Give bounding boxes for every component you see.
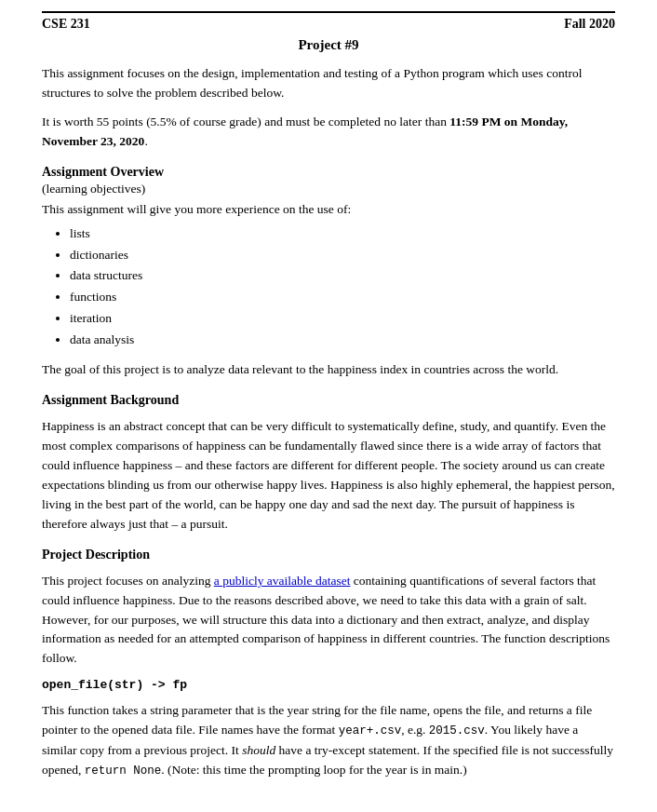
course-label: CSE 231	[42, 17, 90, 32]
description-para1-prefix: This project focuses on analyzing	[42, 574, 214, 588]
overview-heading: Assignment Overview	[42, 165, 615, 180]
background-para: Happiness is an abstract concept that ca…	[42, 417, 615, 535]
description-heading: Project Description	[42, 548, 615, 562]
project-description-section: Project Description This project focuses…	[42, 548, 615, 670]
function1-para-suffix: . (Note: this time the prompting loop fo…	[161, 763, 466, 777]
function1-para-mid1: , e.g.	[401, 723, 429, 737]
semester-label: Fall 2020	[564, 17, 615, 32]
assignment-background-section: Assignment Background Happiness is an ab…	[42, 393, 615, 535]
description-para1: This project focuses on analyzing a publ…	[42, 572, 615, 670]
dataset-link[interactable]: a publicly available dataset	[214, 574, 351, 588]
intro-para1: This assignment focuses on the design, i…	[42, 64, 615, 103]
function1-code1: year+.csv	[339, 724, 402, 738]
overview-bullets: lists dictionaries data structures funct…	[70, 223, 615, 352]
list-item: lists	[70, 223, 615, 245]
intro-para2-suffix: .	[144, 134, 147, 148]
assignment-overview-section: Assignment Overview (learning objectives…	[42, 165, 615, 380]
background-heading: Assignment Background	[42, 393, 615, 408]
page: CSE 231 Fall 2020 Project #9 This assign…	[0, 0, 657, 812]
function1-section: open_file(str) -> fp This function takes…	[42, 678, 615, 780]
function1-code3: return None	[85, 765, 162, 778]
list-item: data structures	[70, 265, 615, 287]
project-title: Project #9	[42, 37, 615, 53]
list-item: functions	[70, 287, 615, 308]
function1-italic: should	[242, 743, 275, 757]
list-item: data analysis	[70, 330, 615, 351]
list-item: iteration	[70, 308, 615, 330]
overview-subheading: (learning objectives)	[42, 182, 615, 196]
function1-para: This function takes a string parameter t…	[42, 701, 615, 780]
function1-code2: 2015.csv	[429, 724, 485, 738]
header-bar: CSE 231 Fall 2020	[42, 11, 615, 32]
list-item: dictionaries	[70, 245, 615, 266]
function1-signature: open_file(str) -> fp	[42, 678, 615, 692]
intro-para2-prefix: It is worth 55 points (5.5% of course gr…	[42, 115, 449, 129]
intro-para2: It is worth 55 points (5.5% of course gr…	[42, 113, 615, 152]
overview-intro: This assignment will give you more exper…	[42, 200, 615, 220]
overview-closing: The goal of this project is to analyze d…	[42, 360, 615, 380]
